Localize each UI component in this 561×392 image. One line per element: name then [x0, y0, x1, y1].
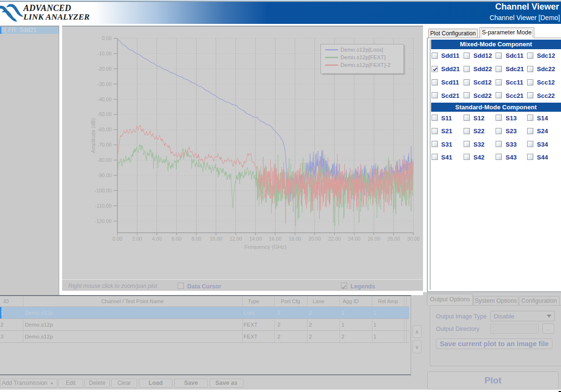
svg-text:Demo.s12p[Loss]: Demo.s12p[Loss]	[340, 47, 383, 53]
svg-text:-30.00: -30.00	[97, 81, 112, 87]
svg-text:Demo.s12p[FEXT]: Demo.s12p[FEXT]	[340, 54, 386, 60]
svg-text:-80.00: -80.00	[97, 157, 112, 163]
svg-text:-110.00: -110.00	[95, 203, 112, 209]
svg-text:8.00: 8.00	[191, 236, 201, 242]
svg-text:16.00: 16.00	[269, 236, 281, 242]
svg-text:Demo.s12p[FEXT]-2: Demo.s12p[FEXT]-2	[340, 62, 391, 68]
svg-text:0.00: 0.00	[113, 236, 123, 242]
svg-text:30.00: 30.00	[407, 236, 420, 242]
svg-text:26.00: 26.00	[368, 236, 380, 242]
svg-text:6.00: 6.00	[172, 236, 182, 242]
svg-text:2.00: 2.00	[132, 236, 142, 242]
svg-text:-90.00: -90.00	[97, 172, 112, 178]
svg-text:-20.00: -20.00	[97, 66, 112, 72]
svg-text:24.00: 24.00	[348, 236, 360, 242]
svg-text:-10.00: -10.00	[97, 51, 112, 56]
svg-text:0.00: 0.00	[102, 35, 112, 41]
svg-text:-60.00: -60.00	[97, 127, 112, 132]
svg-text:4.00: 4.00	[152, 236, 162, 242]
svg-text:10.00: 10.00	[210, 236, 222, 242]
svg-text:20.00: 20.00	[308, 236, 321, 242]
svg-text:22.00: 22.00	[328, 236, 340, 242]
svg-text:28.00: 28.00	[387, 236, 400, 242]
svg-text:-100.00: -100.00	[95, 188, 112, 193]
svg-text:Frequency (GHz): Frequency (GHz)	[244, 244, 286, 250]
svg-text:-120.00: -120.00	[95, 218, 112, 224]
svg-text:12.00: 12.00	[230, 236, 242, 242]
svg-text:-50.00: -50.00	[97, 111, 112, 117]
svg-text:14.00: 14.00	[249, 236, 262, 242]
svg-text:-70.00: -70.00	[97, 142, 112, 148]
svg-text:18.00: 18.00	[289, 236, 301, 242]
svg-text:Amplitude (dB): Amplitude (dB)	[90, 118, 96, 153]
svg-text:-40.00: -40.00	[97, 96, 112, 102]
